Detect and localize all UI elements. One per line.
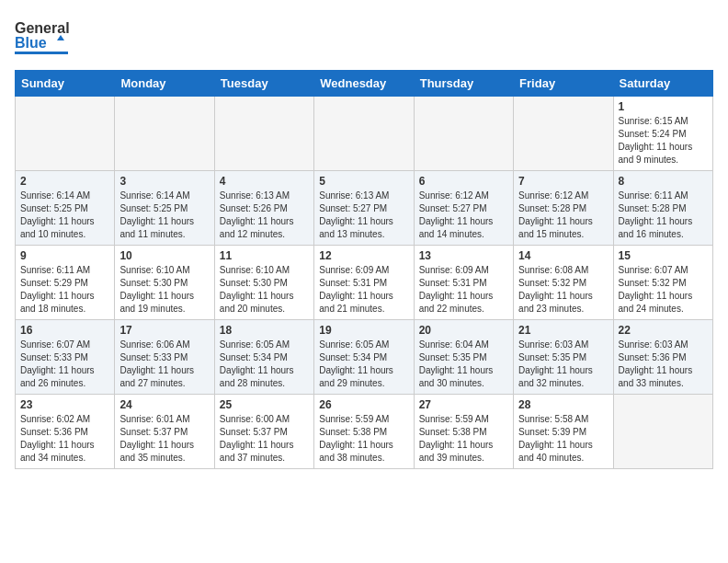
day-number: 12 [319,249,408,262]
calendar-day: 20Sunrise: 6:04 AM Sunset: 5:35 PM Dayli… [414,320,513,395]
day-info: Sunrise: 6:03 AM Sunset: 5:35 PM Dayligh… [518,339,608,390]
logo-icon: General Blue [15,15,70,59]
calendar-week-3: 9Sunrise: 6:11 AM Sunset: 5:29 PM Daylig… [16,246,713,320]
day-number: 28 [518,398,608,411]
calendar-day [115,97,214,171]
day-info: Sunrise: 6:11 AM Sunset: 5:28 PM Dayligh… [619,190,708,241]
calendar-day: 16Sunrise: 6:07 AM Sunset: 5:33 PM Dayli… [16,320,115,395]
calendar-day: 19Sunrise: 6:05 AM Sunset: 5:34 PM Dayli… [314,320,414,395]
calendar-day [613,395,712,469]
day-info: Sunrise: 6:14 AM Sunset: 5:25 PM Dayligh… [20,190,109,241]
calendar-day: 6Sunrise: 6:12 AM Sunset: 5:27 PM Daylig… [414,171,513,246]
calendar-day: 2Sunrise: 6:14 AM Sunset: 5:25 PM Daylig… [16,171,115,246]
day-number: 15 [619,249,708,262]
day-number: 5 [319,175,408,188]
logo: General Blue [15,15,70,59]
day-info: Sunrise: 6:10 AM Sunset: 5:30 PM Dayligh… [119,264,209,316]
day-info: Sunrise: 6:09 AM Sunset: 5:31 PM Dayligh… [419,264,508,316]
day-info: Sunrise: 5:59 AM Sunset: 5:38 PM Dayligh… [419,413,508,465]
day-info: Sunrise: 6:15 AM Sunset: 5:24 PM Dayligh… [619,115,708,167]
calendar-day: 1Sunrise: 6:15 AM Sunset: 5:24 PM Daylig… [613,97,712,171]
day-info: Sunrise: 6:03 AM Sunset: 5:36 PM Dayligh… [619,339,708,390]
calendar-week-4: 16Sunrise: 6:07 AM Sunset: 5:33 PM Dayli… [16,320,713,395]
day-number: 9 [20,249,109,262]
day-info: Sunrise: 5:59 AM Sunset: 5:38 PM Dayligh… [319,413,408,465]
svg-text:Blue: Blue [15,35,47,51]
calendar-header-row: SundayMondayTuesdayWednesdayThursdayFrid… [16,71,713,97]
calendar-day: 5Sunrise: 6:13 AM Sunset: 5:27 PM Daylig… [314,171,414,246]
day-number: 27 [419,398,508,411]
calendar-day [214,97,313,171]
day-number: 1 [619,100,708,113]
calendar-day: 25Sunrise: 6:00 AM Sunset: 5:37 PM Dayli… [214,395,313,469]
day-number: 16 [20,324,109,337]
day-number: 26 [319,398,408,411]
weekday-header-monday: Monday [115,71,214,97]
calendar-day: 8Sunrise: 6:11 AM Sunset: 5:28 PM Daylig… [613,171,712,246]
calendar-day: 24Sunrise: 6:01 AM Sunset: 5:37 PM Dayli… [115,395,214,469]
day-info: Sunrise: 6:04 AM Sunset: 5:35 PM Dayligh… [419,339,508,390]
day-info: Sunrise: 6:00 AM Sunset: 5:37 PM Dayligh… [220,413,309,465]
weekday-header-sunday: Sunday [16,71,115,97]
calendar-day [514,97,613,171]
day-number: 23 [20,398,109,411]
day-info: Sunrise: 6:10 AM Sunset: 5:30 PM Dayligh… [220,264,309,316]
day-number: 3 [119,175,209,188]
day-number: 8 [619,175,708,188]
calendar-day: 15Sunrise: 6:07 AM Sunset: 5:32 PM Dayli… [613,246,712,320]
svg-rect-3 [15,52,68,54]
day-info: Sunrise: 6:13 AM Sunset: 5:26 PM Dayligh… [220,190,309,241]
calendar-day: 22Sunrise: 6:03 AM Sunset: 5:36 PM Dayli… [613,320,712,395]
calendar-day: 4Sunrise: 6:13 AM Sunset: 5:26 PM Daylig… [214,171,313,246]
calendar-day: 23Sunrise: 6:02 AM Sunset: 5:36 PM Dayli… [16,395,115,469]
calendar-day: 18Sunrise: 6:05 AM Sunset: 5:34 PM Dayli… [214,320,313,395]
day-number: 20 [419,324,508,337]
day-info: Sunrise: 6:08 AM Sunset: 5:32 PM Dayligh… [518,264,608,316]
day-info: Sunrise: 6:12 AM Sunset: 5:28 PM Dayligh… [518,190,608,241]
calendar-day: 28Sunrise: 5:58 AM Sunset: 5:39 PM Dayli… [514,395,613,469]
calendar-day: 27Sunrise: 5:59 AM Sunset: 5:38 PM Dayli… [414,395,513,469]
weekday-header-tuesday: Tuesday [214,71,313,97]
day-number: 18 [220,324,309,337]
calendar-day [414,97,513,171]
calendar-day: 12Sunrise: 6:09 AM Sunset: 5:31 PM Dayli… [314,246,414,320]
calendar-day: 21Sunrise: 6:03 AM Sunset: 5:35 PM Dayli… [514,320,613,395]
day-number: 21 [518,324,608,337]
calendar-day: 10Sunrise: 6:10 AM Sunset: 5:30 PM Dayli… [115,246,214,320]
day-info: Sunrise: 6:07 AM Sunset: 5:32 PM Dayligh… [619,264,708,316]
day-info: Sunrise: 6:05 AM Sunset: 5:34 PM Dayligh… [220,339,309,390]
calendar-week-2: 2Sunrise: 6:14 AM Sunset: 5:25 PM Daylig… [16,171,713,246]
day-number: 11 [220,249,309,262]
weekday-header-saturday: Saturday [613,71,712,97]
calendar-week-5: 23Sunrise: 6:02 AM Sunset: 5:36 PM Dayli… [16,395,713,469]
calendar-day [16,97,115,171]
calendar-day: 3Sunrise: 6:14 AM Sunset: 5:25 PM Daylig… [115,171,214,246]
calendar-day: 9Sunrise: 6:11 AM Sunset: 5:29 PM Daylig… [16,246,115,320]
calendar-table: SundayMondayTuesdayWednesdayThursdayFrid… [15,70,713,469]
day-number: 25 [220,398,309,411]
day-info: Sunrise: 6:07 AM Sunset: 5:33 PM Dayligh… [20,339,109,390]
day-number: 4 [220,175,309,188]
calendar-day: 17Sunrise: 6:06 AM Sunset: 5:33 PM Dayli… [115,320,214,395]
day-info: Sunrise: 6:01 AM Sunset: 5:37 PM Dayligh… [119,413,209,465]
day-info: Sunrise: 6:02 AM Sunset: 5:36 PM Dayligh… [20,413,109,465]
day-number: 10 [119,249,209,262]
calendar-day: 11Sunrise: 6:10 AM Sunset: 5:30 PM Dayli… [214,246,313,320]
day-info: Sunrise: 6:14 AM Sunset: 5:25 PM Dayligh… [119,190,209,241]
calendar-day [314,97,414,171]
calendar-day: 26Sunrise: 5:59 AM Sunset: 5:38 PM Dayli… [314,395,414,469]
day-number: 2 [20,175,109,188]
day-info: Sunrise: 6:11 AM Sunset: 5:29 PM Dayligh… [20,264,109,316]
day-number: 17 [119,324,209,337]
weekday-header-wednesday: Wednesday [314,71,414,97]
day-number: 24 [119,398,209,411]
day-info: Sunrise: 6:12 AM Sunset: 5:27 PM Dayligh… [419,190,508,241]
svg-text:General: General [15,20,70,36]
weekday-header-friday: Friday [514,71,613,97]
day-info: Sunrise: 6:09 AM Sunset: 5:31 PM Dayligh… [319,264,408,316]
calendar-day: 7Sunrise: 6:12 AM Sunset: 5:28 PM Daylig… [514,171,613,246]
weekday-header-thursday: Thursday [414,71,513,97]
day-info: Sunrise: 5:58 AM Sunset: 5:39 PM Dayligh… [518,413,608,465]
day-number: 19 [319,324,408,337]
day-number: 22 [619,324,708,337]
